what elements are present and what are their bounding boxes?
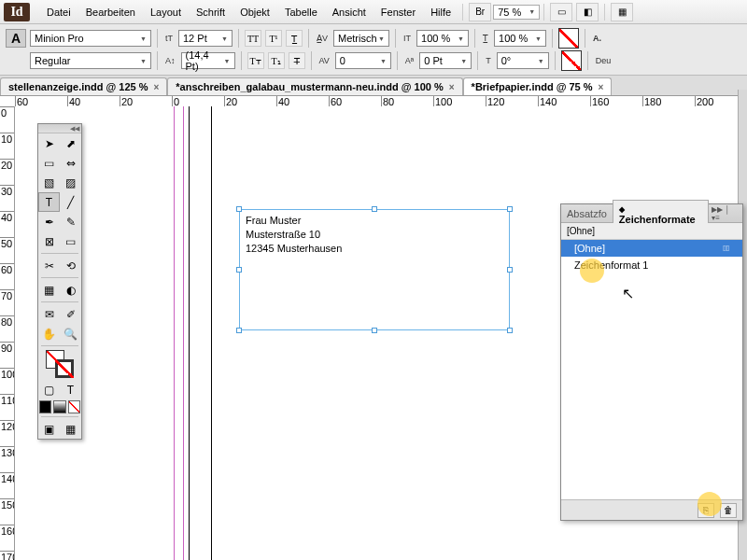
- delete-style-button[interactable]: 🗑: [720, 503, 737, 518]
- page-edge: [211, 106, 212, 560]
- menu-hilfe[interactable]: Hilfe: [423, 7, 458, 18]
- type-tool[interactable]: T: [38, 192, 60, 212]
- view-mode-button[interactable]: ▭: [550, 3, 572, 21]
- apply-none-button[interactable]: [68, 400, 80, 413]
- content-placer-tool[interactable]: ▨: [60, 173, 81, 192]
- page-tool[interactable]: ▭: [38, 153, 60, 173]
- eyedropper-tool[interactable]: ✐: [60, 304, 81, 324]
- font-family-select[interactable]: Minion Pro▼: [30, 30, 151, 47]
- ruler-tick: 10: [0, 133, 15, 145]
- content-collector-tool[interactable]: ▧: [38, 173, 60, 192]
- subscript-button[interactable]: T₁: [268, 52, 285, 69]
- tracking-select[interactable]: 0▼: [335, 52, 391, 69]
- rectangle-tool[interactable]: ▭: [60, 231, 81, 251]
- menu-layout[interactable]: Layout: [143, 7, 189, 18]
- dropdown-icon: ▼: [460, 58, 467, 64]
- panel-tab-paragraph[interactable]: Absatzfo: [561, 206, 613, 221]
- formatting-container-button[interactable]: ▢: [38, 380, 60, 399]
- doc-tab-0[interactable]: stellenanzeige.indd @ 125 %×: [0, 77, 167, 95]
- vertical-ruler[interactable]: 0102030405060708090100110120130140150160…: [0, 106, 15, 560]
- note-tool[interactable]: ✉: [38, 304, 60, 324]
- gradient-swatch-tool[interactable]: ▦: [38, 280, 60, 300]
- new-style-button[interactable]: ⎘: [698, 503, 714, 518]
- gradient-feather-tool[interactable]: ◐: [60, 280, 81, 300]
- smallcaps-button[interactable]: Tᴛ: [247, 52, 264, 69]
- pen-tool[interactable]: ✒: [38, 212, 60, 231]
- resize-handle[interactable]: [507, 328, 513, 333]
- fill-stroke-control[interactable]: [38, 348, 81, 380]
- resize-handle[interactable]: [236, 206, 242, 212]
- menubar: Id Datei Bearbeiten Layout Schrift Objek…: [0, 0, 747, 24]
- pencil-tool[interactable]: ✎: [60, 212, 81, 231]
- kerning-select[interactable]: Metrisch▼: [333, 30, 389, 47]
- zoom-level[interactable]: 75 %▼: [493, 5, 540, 20]
- resize-handle[interactable]: [236, 328, 242, 333]
- baseline-value: 0 Pt: [424, 55, 443, 66]
- kerning-value: Metrisch: [338, 33, 377, 44]
- hscale-select[interactable]: 100 %▼: [494, 30, 546, 47]
- resize-handle[interactable]: [507, 206, 513, 212]
- fill-swatch[interactable]: [558, 28, 579, 49]
- gap-tool[interactable]: ⇔: [60, 153, 81, 173]
- apply-gradient-button[interactable]: [53, 400, 65, 413]
- close-icon[interactable]: ×: [154, 82, 160, 92]
- apply-color-button[interactable]: [39, 400, 51, 413]
- doc-tab-1[interactable]: *anschreiben_galabau_mustermann-neu.indd…: [167, 77, 462, 95]
- strikethrough-button[interactable]: T̶: [289, 52, 305, 69]
- font-size-select[interactable]: 12 Pt▼: [178, 30, 233, 47]
- address-line: Musterstraße 10: [246, 228, 503, 242]
- baseline-select[interactable]: 0 Pt▼: [419, 52, 472, 69]
- line-tool[interactable]: ╱: [60, 192, 81, 212]
- skew-select[interactable]: 0°▼: [497, 52, 549, 69]
- formatting-text-button[interactable]: T: [60, 380, 81, 399]
- rectangle-frame-tool[interactable]: ⊠: [38, 231, 60, 251]
- doc-tab-label: stellenanzeige.indd @ 125 %: [8, 81, 148, 92]
- hscale-value: 100 %: [499, 33, 528, 44]
- menu-schrift[interactable]: Schrift: [189, 7, 233, 18]
- language-label: Deu: [594, 56, 613, 65]
- menu-objekt[interactable]: Objekt: [233, 7, 277, 18]
- text-frame-content[interactable]: Frau Muster Musterstraße 10 12345 Muster…: [240, 210, 509, 259]
- normal-view-button[interactable]: ▣: [38, 419, 60, 439]
- direct-selection-tool[interactable]: ⬈: [60, 133, 81, 153]
- screen-mode-button[interactable]: ◧: [576, 3, 599, 21]
- allcaps-button[interactable]: TT: [245, 30, 261, 47]
- leading-select[interactable]: (14,4 Pt)▼: [181, 52, 235, 69]
- preview-button[interactable]: ▦: [60, 419, 81, 439]
- doc-tab-2[interactable]: *Briefpapier.indd @ 75 %×: [463, 77, 613, 95]
- text-frame[interactable]: Frau Muster Musterstraße 10 12345 Muster…: [239, 209, 510, 330]
- char-formats-panel: Absatzfo Zeichenformate ▶▶ │ ▾≡ [Ohne] […: [560, 203, 743, 521]
- char-style-item[interactable]: Zeichenformat 1: [561, 257, 742, 273]
- menu-tabelle[interactable]: Tabelle: [277, 7, 325, 18]
- menu-ansicht[interactable]: Ansicht: [325, 7, 374, 18]
- charstyle-icon: A.: [591, 34, 603, 43]
- char-style-none[interactable]: [Ohne] ✎⃠: [561, 240, 742, 257]
- bridge-button[interactable]: Br: [469, 3, 491, 21]
- vscale-select[interactable]: 100 %▼: [416, 30, 469, 47]
- resize-handle[interactable]: [507, 267, 513, 273]
- menu-fenster[interactable]: Fenster: [374, 7, 423, 18]
- resize-handle[interactable]: [236, 267, 242, 273]
- char-mode-button[interactable]: A: [6, 29, 26, 48]
- font-style-select[interactable]: Regular▼: [30, 52, 151, 69]
- panel-grip[interactable]: ◀◀: [38, 124, 81, 133]
- selection-tool[interactable]: ➤: [38, 133, 60, 153]
- scissors-tool[interactable]: ✂: [38, 256, 60, 275]
- close-icon[interactable]: ×: [599, 82, 604, 92]
- resize-handle[interactable]: [372, 206, 377, 212]
- arrange-button[interactable]: ▦: [611, 3, 633, 21]
- panel-collapse-icon[interactable]: ▶▶ │ ▾≡: [709, 205, 742, 222]
- kerning-icon: A̲V: [315, 34, 330, 43]
- hand-tool[interactable]: ✋: [38, 324, 60, 343]
- resize-handle[interactable]: [372, 328, 377, 333]
- font-style-value: Regular: [35, 55, 71, 66]
- zoom-tool[interactable]: 🔍: [60, 324, 81, 343]
- superscript-button[interactable]: T¹: [265, 30, 282, 47]
- menu-datei[interactable]: Datei: [39, 7, 78, 18]
- close-icon[interactable]: ×: [449, 82, 455, 92]
- stroke-swatch[interactable]: [561, 50, 582, 71]
- menu-bearbeiten[interactable]: Bearbeiten: [78, 7, 143, 18]
- underline-button[interactable]: T̲: [286, 30, 303, 47]
- free-transform-tool[interactable]: ⟲: [60, 256, 81, 275]
- tools-panel: ◀◀ ➤ ⬈ ▭ ⇔ ▧ ▨ T ╱ ✒ ✎ ⊠ ▭ ✂ ⟲ ▦ ◐ ✉ ✐ ✋…: [37, 123, 82, 440]
